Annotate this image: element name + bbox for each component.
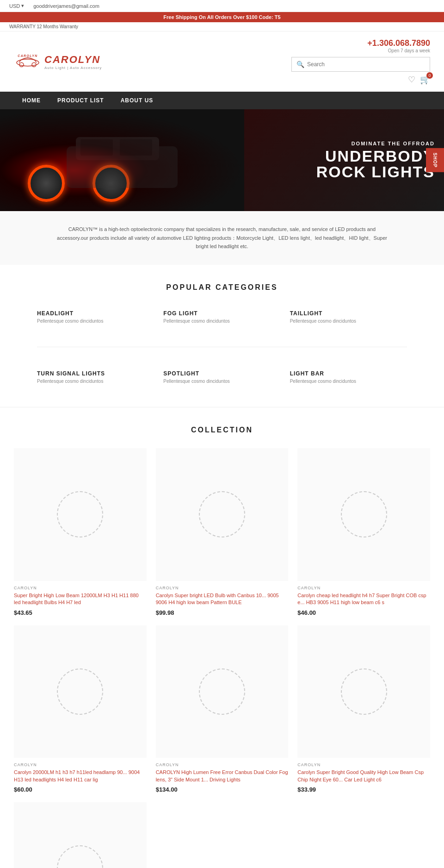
product-price-2: $46.00 (297, 609, 430, 616)
product-placeholder-1 (199, 491, 245, 537)
product-price-0: $43.65 (14, 609, 147, 616)
product-price-5: $33.99 (297, 786, 430, 793)
category-sub-turn-signal: Pellentesque cosmo dinciduntos (37, 379, 154, 384)
category-sub-spotlight: Pellentesque cosmo dinciduntos (163, 379, 280, 384)
email-label: gooddriverjames@gmail.com (33, 3, 99, 9)
product-image-0 (14, 448, 147, 581)
product-image-5 (297, 625, 430, 758)
logo-text: CAROLYN (44, 54, 100, 66)
product-name-3: Carolyn 20000LM h1 h3 h7 h11led headlamp… (14, 769, 147, 783)
category-sub-taillight: Pellentesque cosmo dinciduntos (290, 318, 407, 324)
logo[interactable]: CAROLYN CAROLYN Auto Light | Auto Access… (14, 52, 102, 71)
category-item-turn-signal[interactable]: TURN SIGNAL LIGHTS Pellentesque cosmo di… (37, 366, 154, 388)
product-placeholder-0 (57, 491, 103, 537)
product-card-3[interactable]: CAROLYN Carolyn 20000LM h1 h3 h7 h11led … (14, 625, 147, 793)
product-card-2[interactable]: CAROLYN Carolyn cheap led headlight h4 h… (297, 448, 430, 616)
product-price-1: $99.98 (156, 609, 289, 616)
categories-grid: HEADLIGHT Pellentesque cosmo dinciduntos… (37, 306, 407, 388)
svg-point-1 (19, 62, 24, 67)
hero-title-line2: ROCK LIGHTS (316, 164, 435, 180)
category-sub-headlight: Pellentesque cosmo dinciduntos (37, 318, 154, 324)
product-placeholder-6 (57, 845, 103, 868)
section-title-categories: POPULAR CATEGORIES (14, 283, 430, 292)
product-image-1 (156, 448, 289, 581)
hero-vehicle (0, 109, 244, 211)
category-name-light-bar: LIGHT BAR (290, 370, 407, 377)
about-text: CAROLYN™ is a high-tech optoelectronic c… (56, 225, 388, 251)
category-name-taillight: TAILLIGHT (290, 310, 407, 317)
product-placeholder-5 (341, 668, 387, 715)
product-card-4[interactable]: CAROLYN CAROLYN High Lumen Free Error Ca… (156, 625, 289, 793)
product-image-4 (156, 625, 289, 758)
category-item-headlight[interactable]: HEADLIGHT Pellentesque cosmo dinciduntos (37, 306, 154, 328)
product-brand-5: CAROLYN (297, 762, 430, 767)
header-right: +1.306.068.7890 Open 7 days a week 🔍 ♡ 🛒… (291, 38, 430, 85)
top-bar: USD ▾ gooddriverjames@gmail.com (0, 0, 444, 12)
product-card-6[interactable]: CAROLYN (14, 802, 147, 868)
hero-title-line1: UNDERBODY (316, 148, 435, 164)
product-name-5: Carolyn Super Bright Good Quality High L… (297, 769, 430, 783)
about-section: CAROLYN™ is a high-tech optoelectronic c… (0, 211, 444, 265)
phone-number: +1.306.068.7890 (367, 38, 430, 48)
logo-car-icon: CAROLYN (14, 52, 42, 71)
currency-label: USD (9, 3, 20, 9)
product-placeholder-3 (57, 668, 103, 715)
cart-badge: 0 (426, 72, 433, 79)
product-brand-0: CAROLYN (14, 586, 147, 590)
product-brand-1: CAROLYN (156, 586, 289, 590)
product-brand-3: CAROLYN (14, 762, 147, 767)
category-item-fog-light[interactable]: FOG LIGHT Pellentesque cosmo dinciduntos (163, 306, 280, 328)
svg-rect-7 (120, 139, 152, 156)
product-placeholder-4 (199, 668, 245, 715)
product-brand-4: CAROLYN (156, 762, 289, 767)
svg-rect-6 (80, 139, 113, 156)
category-item-light-bar[interactable]: LIGHT BAR Pellentesque cosmo dinciduntos (290, 366, 407, 388)
product-card-5[interactable]: CAROLYN Carolyn Super Bright Good Qualit… (297, 625, 430, 793)
products-grid: CAROLYN Super Bright High Low Beam 12000… (14, 448, 430, 793)
svg-point-0 (17, 59, 39, 66)
nav-item-product-list[interactable]: PRODUCT LIST (49, 92, 112, 109)
search-icon: 🔍 (296, 61, 304, 68)
popular-categories: POPULAR CATEGORIES HEADLIGHT Pellentesqu… (0, 265, 444, 407)
hero-vehicle-image (0, 109, 244, 211)
wishlist-icon[interactable]: ♡ (408, 75, 415, 85)
hero-tagline: DOMINATE THE OFFROAD (316, 141, 435, 146)
section-title-collection: COLLECTION (14, 426, 430, 434)
open-text: Open 7 days a week (388, 48, 430, 53)
search-input[interactable] (304, 57, 425, 71)
product-price-3: $60.00 (14, 786, 147, 793)
product-image-2 (297, 448, 430, 581)
svg-point-2 (32, 62, 36, 67)
header: CAROLYN CAROLYN Auto Light | Auto Access… (0, 31, 444, 92)
product-card-0[interactable]: CAROLYN Super Bright High Low Beam 12000… (14, 448, 147, 616)
category-divider (37, 347, 407, 347)
hero-text: DOMINATE THE OFFROAD UNDERBODY ROCK LIGH… (316, 141, 435, 180)
currency-arrow-icon: ▾ (21, 3, 24, 9)
collection-section: COLLECTION CAROLYN Super Bright High Low… (0, 407, 444, 868)
category-sub-light-bar: Pellentesque cosmo dinciduntos (290, 379, 407, 384)
category-name-headlight: HEADLIGHT (37, 310, 154, 317)
product-name-4: CAROLYN High Lumen Free Error Canbus Dua… (156, 769, 289, 783)
category-item-spotlight[interactable]: SPOTLIGHT Pellentesque cosmo dinciduntos (163, 366, 280, 388)
header-icons: ♡ 🛒 0 (408, 75, 430, 85)
product-card-1[interactable]: CAROLYN Carolyn Super bright LED Bulb wi… (156, 448, 289, 616)
category-name-turn-signal: TURN SIGNAL LIGHTS (37, 370, 154, 377)
product-brand-2: CAROLYN (297, 586, 430, 590)
nav: HOME PRODUCT LIST ABOUT US (0, 92, 444, 109)
shipping-bar: Free Shipping On All Orders Over $100 Co… (0, 12, 444, 22)
logo-sub: Auto Light | Auto Accessory (44, 66, 102, 70)
nav-item-about-us[interactable]: ABOUT US (112, 92, 162, 109)
currency-selector[interactable]: USD ▾ (9, 3, 24, 9)
shop-button[interactable]: SHOP (426, 148, 444, 172)
product-price-4: $134.00 (156, 786, 289, 793)
cart-wrap[interactable]: 🛒 0 (420, 75, 430, 85)
product-image-6 (14, 802, 147, 868)
category-sub-fog-light: Pellentesque cosmo dinciduntos (163, 318, 280, 324)
product-image-3 (14, 625, 147, 758)
category-item-taillight[interactable]: TAILLIGHT Pellentesque cosmo dinciduntos (290, 306, 407, 328)
product-name-2: Carolyn cheap led headlight h4 h7 Super … (297, 592, 430, 606)
nav-item-home[interactable]: HOME (14, 92, 49, 109)
svg-text:CAROLYN: CAROLYN (18, 54, 37, 57)
product-name-1: Carolyn Super bright LED Bulb with Canbu… (156, 592, 289, 606)
category-name-spotlight: SPOTLIGHT (163, 370, 280, 377)
